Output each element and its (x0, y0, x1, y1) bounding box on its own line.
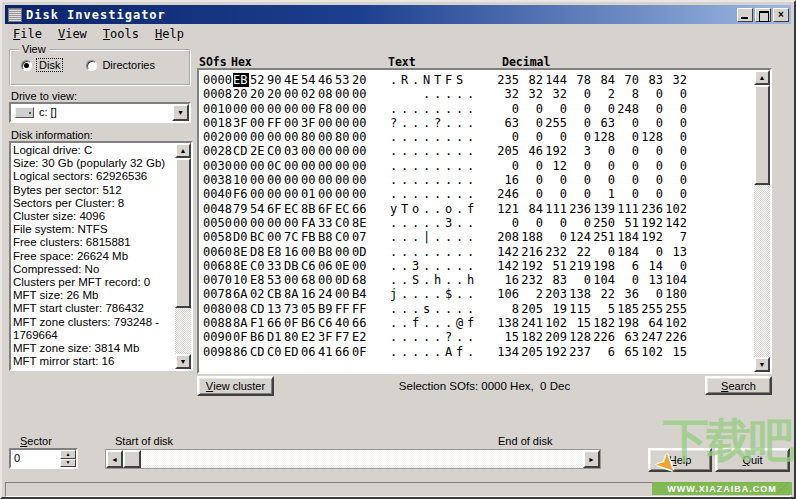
text-char[interactable]: . (467, 144, 477, 158)
text-char[interactable]: . (401, 144, 411, 158)
hex-byte[interactable]: E2 (301, 330, 317, 344)
dec-cell[interactable]: 236 (639, 202, 663, 216)
dec-cell[interactable]: 0 (663, 159, 687, 173)
text-char[interactable]: . (445, 102, 455, 116)
text-char[interactable]: A (445, 345, 455, 359)
hex-byte[interactable]: 00 (267, 102, 283, 116)
text-char[interactable]: R (401, 73, 411, 87)
text-char[interactable]: ? (390, 116, 400, 130)
hex-byte[interactable]: 00 (250, 216, 266, 230)
text-char[interactable]: T (401, 202, 411, 216)
hex-byte[interactable]: 20 (267, 87, 283, 101)
dec-cell[interactable]: 0 (615, 187, 639, 201)
hex-byte[interactable]: 05 (301, 302, 317, 316)
dec-cell[interactable]: 13 (639, 273, 663, 287)
hex-byte[interactable]: 00 (352, 130, 368, 144)
text-char[interactable]: . (445, 273, 455, 287)
hex-byte[interactable]: 00 (284, 159, 300, 173)
hex-byte[interactable]: 00 (301, 173, 317, 187)
hex-byte[interactable]: 33 (318, 216, 334, 230)
text-char[interactable]: . (401, 245, 411, 259)
dec-cell[interactable]: 0 (567, 159, 591, 173)
hex-byte[interactable]: C0 (335, 230, 351, 244)
dec-cell[interactable]: 246 (495, 187, 519, 201)
text-char[interactable]: . (434, 245, 444, 259)
maximize-button[interactable] (755, 8, 771, 22)
hex-byte[interactable]: 00 (352, 259, 368, 273)
dec-cell[interactable]: 182 (519, 330, 543, 344)
text-char[interactable]: . (412, 159, 422, 173)
dec-cell[interactable]: 6 (591, 345, 615, 359)
hex-byte[interactable]: F8 (318, 102, 334, 116)
text-char[interactable]: . (456, 230, 466, 244)
hexview-scroll-thumb[interactable] (754, 85, 770, 185)
text-char[interactable]: . (434, 316, 444, 330)
hex-byte[interactable]: B4 (352, 287, 368, 301)
dec-cell[interactable]: 0 (567, 273, 591, 287)
text-char[interactable]: . (401, 259, 411, 273)
dec-cell[interactable]: 0 (639, 187, 663, 201)
hex-byte[interactable]: 00 (284, 116, 300, 130)
dec-cell[interactable]: 2 (591, 87, 615, 101)
text-char[interactable]: $ (445, 287, 455, 301)
hex-byte[interactable]: 00 (301, 102, 317, 116)
dec-cell[interactable]: 15 (567, 316, 591, 330)
disk-info-item[interactable]: File system: NTFS (13, 223, 173, 236)
dec-cell[interactable]: 185 (615, 302, 639, 316)
hex-byte[interactable]: 00 (301, 159, 317, 173)
dec-cell[interactable]: 226 (591, 330, 615, 344)
dec-cell[interactable]: 251 (591, 230, 615, 244)
text-char[interactable]: . (434, 87, 444, 101)
disk-info-item[interactable]: Cluster size: 4096 (13, 210, 173, 223)
view-cluster-button[interactable]: View cluster (197, 376, 274, 396)
dec-cell[interactable]: 0 (519, 130, 543, 144)
dec-cell[interactable]: 0 (615, 159, 639, 173)
text-char[interactable]: . (423, 187, 433, 201)
text-char[interactable]: . (445, 302, 455, 316)
text-char[interactable]: . (423, 330, 433, 344)
hex-byte[interactable]: 10 (233, 173, 249, 187)
text-char[interactable]: . (434, 202, 444, 216)
dec-cell[interactable]: 6 (615, 259, 639, 273)
hex-byte[interactable]: 66 (352, 202, 368, 216)
text-char[interactable]: . (412, 144, 422, 158)
hex-byte[interactable]: 00 (318, 187, 334, 201)
hex-byte[interactable]: 00 (284, 216, 300, 230)
dec-cell[interactable]: 0 (519, 159, 543, 173)
dec-cell[interactable]: 0 (567, 187, 591, 201)
menu-view[interactable]: View (50, 25, 95, 43)
text-char[interactable]: T (434, 73, 444, 87)
text-char[interactable]: . (412, 73, 422, 87)
hex-byte[interactable]: 3F (233, 116, 249, 130)
hex-byte[interactable]: 02 (301, 87, 317, 101)
menu-help[interactable]: Help (147, 25, 192, 43)
hex-byte[interactable]: 80 (335, 130, 351, 144)
disk-info-item[interactable]: Clusters per MFT record: 0 (13, 276, 173, 289)
text-char[interactable]: f (456, 345, 466, 359)
text-char[interactable]: j (390, 287, 400, 301)
dec-cell[interactable]: 36 (615, 287, 639, 301)
hex-byte[interactable]: 8E (233, 259, 249, 273)
dec-cell[interactable]: 102 (639, 345, 663, 359)
text-char[interactable]: . (456, 87, 466, 101)
dec-cell[interactable]: 0 (639, 116, 663, 130)
text-char[interactable]: . (390, 316, 400, 330)
hex-byte[interactable]: 00 (318, 130, 334, 144)
hex-byte[interactable]: 6F (267, 202, 283, 216)
text-char[interactable]: . (467, 259, 477, 273)
dec-cell[interactable]: 0 (543, 130, 567, 144)
dec-cell[interactable]: 121 (495, 202, 519, 216)
hex-byte[interactable]: CD (250, 345, 266, 359)
disk-position-scrollbar[interactable]: ◄ ► (105, 449, 601, 469)
dec-cell[interactable]: 0 (615, 144, 639, 158)
hex-byte[interactable]: 00 (318, 116, 334, 130)
text-char[interactable]: . (445, 230, 455, 244)
hex-byte[interactable]: 73 (284, 302, 300, 316)
hex-byte[interactable]: E8 (267, 245, 283, 259)
text-char[interactable]: . (401, 116, 411, 130)
dec-cell[interactable]: 226 (663, 330, 687, 344)
dec-cell[interactable]: 22 (591, 287, 615, 301)
hex-byte[interactable]: 0F (352, 345, 368, 359)
diskinfo-scroll-thumb[interactable] (175, 158, 191, 308)
hexview-scrollbar[interactable]: ▲ ▼ (754, 70, 770, 372)
